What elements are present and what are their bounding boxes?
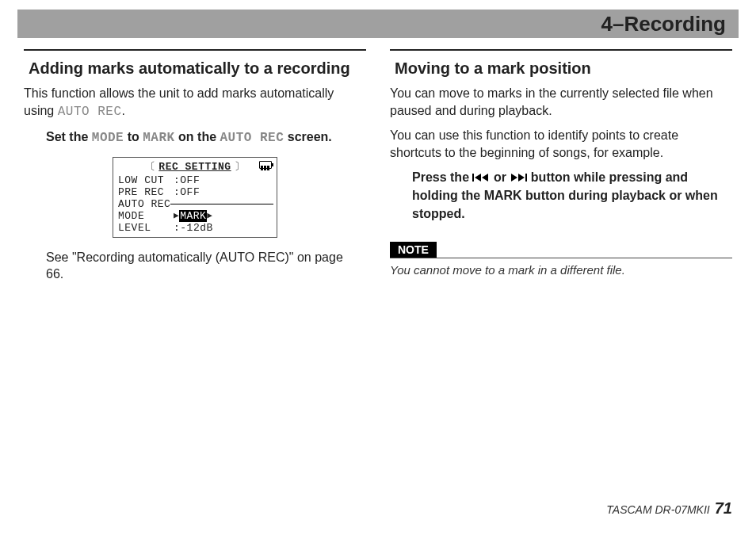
note-block: NOTE You cannot move to a mark in a diff… bbox=[390, 232, 732, 277]
lcd-screenshot: 〔 REC SETTING 〕 LOW CUT:OFF PRE REC:OFF … bbox=[113, 157, 277, 238]
svg-marker-4 bbox=[518, 174, 525, 182]
lcd-row-lowcut: LOW CUT:OFF bbox=[116, 174, 273, 186]
arrow-right-icon: ▶ bbox=[174, 210, 179, 222]
intro-post: . bbox=[122, 104, 125, 117]
section-title-moving-mark: Moving to a mark position bbox=[395, 59, 727, 78]
chapter-title: 4–Recording bbox=[601, 12, 727, 36]
lcd-title-row: 〔 REC SETTING 〕 bbox=[116, 161, 273, 173]
instr-mid1: to bbox=[124, 130, 143, 143]
lcd-row-prerec: PRE REC:OFF bbox=[116, 186, 273, 198]
instr-pre: Set the bbox=[46, 130, 92, 143]
lcd-row-mode: MODE▶MARK▶ bbox=[116, 210, 273, 222]
lcd-prerec-label: PRE REC bbox=[118, 186, 174, 198]
instr-auto: AUTO REC bbox=[220, 131, 284, 145]
note-text: You cannot move to a mark in a different… bbox=[390, 263, 732, 277]
instr-press-pre: Press the bbox=[412, 170, 472, 184]
cross-reference: See "Recording automatically (AUTO REC)"… bbox=[46, 249, 360, 283]
instr-mark: MARK bbox=[143, 131, 174, 145]
svg-rect-0 bbox=[472, 174, 474, 182]
svg-rect-5 bbox=[525, 174, 527, 182]
lcd-bracket-left: 〔 bbox=[145, 161, 156, 173]
lcd-divider-row: AUTO REC bbox=[116, 198, 273, 210]
manual-page: 4–Recording Adding marks automatically t… bbox=[0, 0, 756, 535]
intro-mono: AUTO REC bbox=[58, 105, 122, 119]
svg-marker-2 bbox=[482, 174, 488, 182]
lcd-lowcut-value: OFF bbox=[180, 174, 200, 186]
lcd-title: REC SETTING bbox=[158, 161, 231, 173]
skip-back-icon bbox=[472, 170, 490, 187]
instr-mid2: on the bbox=[175, 130, 220, 143]
instruction-press-skip: Press the or button while pressing and h… bbox=[412, 169, 724, 223]
right-p2: You can use this function to identify po… bbox=[390, 127, 732, 161]
instr-post: screen. bbox=[284, 130, 331, 143]
instr-or: or bbox=[494, 170, 510, 184]
lcd-level-value: -12dB bbox=[180, 222, 213, 234]
page-number: 71 bbox=[715, 499, 732, 518]
page-footer: TASCAM DR-07MKII 71 bbox=[606, 499, 732, 518]
instruction-set-mode: Set the MODE to MARK on the AUTO REC scr… bbox=[46, 128, 358, 147]
intro-paragraph: This function allows the unit to add mar… bbox=[24, 85, 366, 120]
instr-mode: MODE bbox=[92, 131, 124, 145]
chapter-header: 4–Recording bbox=[17, 10, 739, 38]
right-column: Moving to a mark position You can move t… bbox=[390, 49, 732, 283]
lcd-divider-label: AUTO REC bbox=[118, 198, 170, 210]
svg-marker-1 bbox=[475, 174, 481, 182]
right-p1: You can move to marks in the currently s… bbox=[390, 85, 732, 119]
lcd-prerec-value: OFF bbox=[180, 186, 200, 198]
lcd-level-label: LEVEL bbox=[118, 222, 174, 234]
lcd-mode-label: MODE bbox=[118, 210, 174, 222]
lcd-mode-value: MARK bbox=[179, 210, 207, 222]
lcd-bracket-right: 〕 bbox=[235, 161, 246, 173]
section-title-adding-marks: Adding marks automatically to a recordin… bbox=[29, 59, 361, 78]
lcd-row-level: LEVEL:-12dB bbox=[116, 222, 273, 234]
svg-marker-3 bbox=[511, 174, 517, 182]
left-column: Adding marks automatically to a recordin… bbox=[24, 49, 366, 283]
two-column-layout: Adding marks automatically to a recordin… bbox=[24, 49, 732, 283]
lcd-lowcut-label: LOW CUT bbox=[118, 174, 174, 186]
note-rule bbox=[390, 258, 732, 258]
note-flag: NOTE bbox=[390, 242, 437, 258]
product-name: TASCAM DR-07MKII bbox=[606, 503, 709, 516]
skip-forward-icon bbox=[510, 170, 527, 187]
battery-icon bbox=[259, 161, 272, 169]
arrow-right-icon: ▶ bbox=[207, 210, 212, 222]
lcd-divider-line bbox=[170, 204, 273, 204]
